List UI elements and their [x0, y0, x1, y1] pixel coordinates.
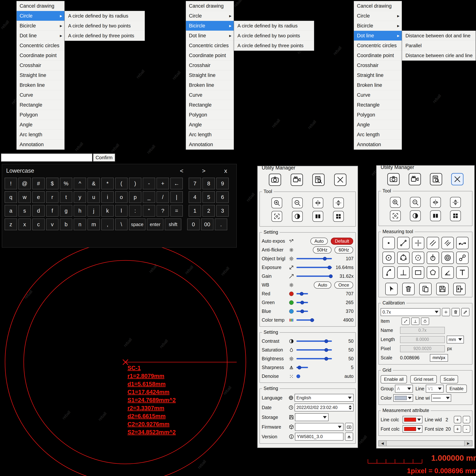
keyboard-key[interactable]: j [87, 205, 100, 217]
menu-item-straight-line[interactable]: Straight line [17, 70, 64, 80]
denoise-toggle[interactable] [296, 374, 300, 378]
color-temp-slider[interactable] [296, 319, 314, 321]
menu-item-curve[interactable]: Curve [17, 90, 64, 100]
save-icon[interactable] [436, 283, 449, 295]
trash-icon[interactable] [402, 283, 415, 295]
menu-item-concentric-circles[interactable]: Concentric circles [354, 41, 402, 51]
exposure-slider[interactable] [296, 267, 332, 268]
firmware-select[interactable] [295, 423, 343, 431]
two-point-line-tool-icon[interactable] [397, 237, 409, 249]
grid-line-select[interactable]: V1 [426, 385, 443, 392]
menu-item-broken-line[interactable]: Broken line [354, 80, 402, 90]
arc-tool-icon[interactable] [382, 266, 395, 279]
camcorder-icon[interactable] [291, 174, 303, 186]
keyboard-key[interactable]: & [87, 178, 100, 189]
horizontal-scrollbar[interactable]: ◀▶ [378, 440, 473, 446]
keyboard-key[interactable]: 1 [189, 205, 201, 217]
menu-item-annotation[interactable]: Annotation [354, 140, 402, 150]
keyboard-key[interactable]: ^ [74, 178, 86, 189]
keyboard-key[interactable]: : [129, 205, 141, 217]
focus-frame-icon[interactable] [390, 210, 401, 221]
gain-slider[interactable] [296, 275, 332, 277]
menu-item-cancel-drawing[interactable]: Cancel drawing [186, 1, 234, 11]
keyboard-key[interactable]: o [115, 191, 127, 203]
keyboard-key[interactable]: | [170, 191, 183, 203]
keyboard-key[interactable]: 00 [201, 219, 213, 230]
50hz-button[interactable]: 50Hz [313, 246, 332, 254]
keyboard-key[interactable]: _ [143, 191, 155, 203]
paste-icon[interactable] [419, 283, 432, 295]
cal-circle-button[interactable] [421, 318, 429, 325]
keyboard-close-button[interactable]: x [224, 168, 227, 174]
calibration-name-input[interactable]: 0.7x [400, 327, 445, 334]
storage-select[interactable] [295, 413, 328, 421]
confirm-button[interactable]: Confirm [93, 153, 115, 162]
sharpness-slider[interactable] [296, 367, 308, 368]
keyboard-key[interactable]: + [157, 178, 169, 189]
keyboard-key[interactable]: \ [115, 219, 127, 230]
keyboard-key[interactable]: a [5, 205, 17, 217]
flip-vertical-icon[interactable] [450, 197, 461, 208]
zoom-out-icon[interactable] [292, 198, 303, 208]
keyboard-key[interactable]: 3 [216, 205, 229, 217]
menu-item-broken-line[interactable]: Broken line [186, 80, 234, 90]
eject-button[interactable] [345, 432, 353, 441]
menu-item-rectangle[interactable]: Rectangle [17, 100, 64, 110]
blue-slider[interactable] [296, 311, 308, 312]
menu-item-curve[interactable]: Curve [186, 90, 234, 100]
angle-tool-icon[interactable] [442, 266, 454, 279]
submenu-item-parallel[interactable]: Parallel [402, 41, 476, 51]
measure-tools-icon[interactable] [334, 174, 346, 186]
parallel-lines-tool-icon[interactable] [427, 237, 439, 249]
camera-swap-button[interactable] [345, 423, 353, 431]
keyboard-key[interactable]: e [32, 191, 45, 203]
submenu-item-a-circle-defined-by-three-points[interactable]: A circle defined by three points [234, 41, 314, 51]
curve-tool-icon[interactable] [456, 237, 469, 249]
contrast-slider[interactable] [296, 340, 332, 342]
keyboard-key[interactable]: r [46, 191, 58, 203]
menu-item-bicircle[interactable]: Bicircle▶ [354, 21, 402, 31]
grid-enable-button[interactable]: Enable [446, 385, 467, 393]
keyboard-key[interactable]: d [32, 205, 45, 217]
flip-vertical-icon[interactable] [333, 198, 344, 208]
keyboard-prev-button[interactable]: < [180, 168, 184, 174]
zoom-in-icon[interactable] [390, 197, 401, 208]
menu-item-coordinate-point[interactable]: Coordinate point [186, 51, 234, 60]
menu-item-rectangle[interactable]: Rectangle [354, 100, 402, 110]
keyboard-key[interactable]: y [74, 191, 86, 203]
split-view-icon[interactable] [430, 210, 441, 221]
keyboard-key[interactable]: = [170, 205, 183, 217]
keyboard-key[interactable]: k [101, 205, 114, 217]
menu-item-bicircle[interactable]: Bicircle▶ [186, 21, 234, 31]
plus-button[interactable] [442, 308, 450, 316]
menu-item-polygon[interactable]: Polygon [354, 110, 402, 120]
menu-item-crosshair[interactable]: Crosshair [17, 60, 64, 70]
pin-circle-tool-icon[interactable] [427, 252, 439, 264]
scroll-right-arrow-icon[interactable]: ▶ [464, 441, 472, 446]
keyboard-key[interactable]: ) [129, 178, 141, 189]
text-annotation-tool-icon[interactable] [456, 266, 469, 279]
date-select[interactable]: 2022/02/02 23:02:40 [295, 404, 354, 411]
spin-down-icon[interactable] [349, 408, 352, 410]
three-point-circle-tool-icon[interactable] [397, 252, 409, 264]
keyboard-key[interactable]: z [5, 219, 17, 230]
keyboard-key[interactable]: 8 [203, 178, 215, 189]
auto-button[interactable]: Auto [314, 282, 331, 289]
cal-length-button[interactable] [402, 318, 410, 325]
quad-view-icon[interactable] [333, 211, 344, 222]
keyboard-key[interactable]: / [157, 191, 169, 203]
keyboard-key[interactable]: 4 [189, 191, 201, 203]
polygon-tool-icon[interactable] [427, 266, 439, 279]
keyboard-key[interactable]: b [60, 219, 72, 230]
menu-item-arc-length[interactable]: Arc length [354, 130, 402, 140]
menu-item-coordinate-point[interactable]: Coordinate point [354, 51, 402, 60]
keyboard-key[interactable]: shift [165, 219, 181, 230]
60hz-button[interactable]: 60Hz [335, 246, 353, 254]
dashed-circle-tool-icon[interactable] [412, 252, 424, 264]
increase-button[interactable]: + [454, 416, 461, 423]
select-cursor-icon[interactable] [385, 283, 398, 295]
brightness-slider[interactable] [296, 358, 332, 359]
menu-item-broken-line[interactable]: Broken line [17, 80, 64, 90]
keyboard-key[interactable]: 6 [216, 191, 229, 203]
green-slider[interactable] [296, 302, 308, 303]
